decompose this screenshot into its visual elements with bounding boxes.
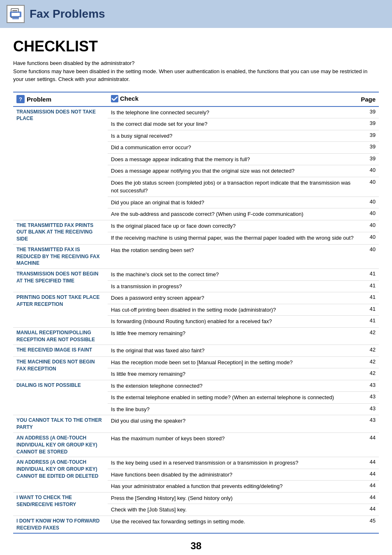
check-cell: Check with the [Job Status] key. — [108, 504, 357, 516]
problem-cell: YOU CANNOT TALK TO THE OTHER PARTY — [13, 415, 108, 433]
page-cell: 41 — [357, 316, 379, 328]
page-cell: 39 — [357, 153, 379, 165]
table-row: TRANSMISSION DOES NOT TAKE PLACEIs the t… — [13, 106, 379, 118]
page-cell: 42 — [357, 327, 379, 345]
page-cell: 40 — [357, 165, 379, 177]
question-icon: ? — [16, 95, 25, 103]
page-cell: 43 — [357, 415, 379, 433]
svg-rect-1 — [12, 10, 17, 11]
check-cell: Is the telephone line connected securely… — [108, 106, 357, 118]
checkmark-icon — [111, 95, 118, 102]
page-cell: 44 — [357, 481, 379, 493]
check-cell: Does a message appear notifying you that… — [108, 165, 357, 177]
check-cell: Does a message appear indicating that th… — [108, 153, 357, 165]
problem-cell: MANUAL RECEPTION/POLLING RECEPTION ARE N… — [13, 327, 108, 345]
page-cell: 41 — [357, 269, 379, 281]
table-row: DIALING IS NOT POSSIBLEIs the extension … — [13, 380, 379, 392]
page-cell: 40 — [357, 208, 379, 220]
check-cell: Is the external telephone enabled in set… — [108, 392, 357, 404]
problem-cell: AN ADDRESS (A ONE-TOUCH INDIVIDUAL KEY O… — [13, 457, 108, 493]
page-header-title: Fax Problems — [30, 7, 105, 21]
table-row: TRANSMISSION DOES NOT BEGIN AT THE SPECI… — [13, 269, 379, 281]
svg-rect-5 — [12, 13, 20, 16]
check-cell: Has cut-off printing been disabled in th… — [108, 304, 357, 316]
page-number: 38 — [13, 540, 379, 552]
page-cell: 39 — [357, 130, 379, 142]
table-row: THE RECEIVED IMAGE IS FAINTIs the origin… — [13, 345, 379, 357]
page-cell: 44 — [357, 469, 379, 481]
page-cell: 44 — [357, 492, 379, 504]
page-title: CHECKLIST — [13, 38, 379, 55]
check-cell: Did a communication error occur? — [108, 142, 357, 154]
check-cell: Is the machine's clock set to the correc… — [108, 269, 357, 281]
page-cell: 41 — [357, 280, 379, 292]
check-cell: Use the received fax forwarding settings… — [108, 516, 357, 533]
page-column-header: Page — [357, 92, 379, 106]
page-cell: 42 — [357, 356, 379, 368]
svg-rect-6 — [12, 17, 19, 19]
check-cell: Has the rotation sending been set? — [108, 244, 357, 268]
page-cell: 44 — [357, 504, 379, 516]
page-cell: 39 — [357, 106, 379, 118]
page-cell: 43 — [357, 392, 379, 404]
check-cell: Is little free memory remaining? — [108, 368, 357, 380]
check-cell: Is the key being used in a reserved tran… — [108, 457, 357, 469]
check-cell: If the receiving machine is using therma… — [108, 232, 357, 245]
check-cell: Has the reception mode been set to [Manu… — [108, 356, 357, 368]
page-cell: 39 — [357, 118, 379, 130]
main-content: CHECKLIST Have functions been disabled b… — [0, 28, 392, 555]
check-cell: Does a password entry screen appear? — [108, 292, 357, 304]
check-cell: Is a transmission in progress? — [108, 280, 357, 292]
check-cell: Is the line busy? — [108, 403, 357, 415]
page-cell: 41 — [357, 304, 379, 316]
page-cell: 42 — [357, 368, 379, 380]
page-cell: 42 — [357, 345, 379, 357]
check-cell: Is the original that was faxed also fain… — [108, 345, 357, 357]
problem-cell: THE TRANSMITTED FAX IS REDUCED BY THE RE… — [13, 244, 108, 268]
page-cell: 41 — [357, 292, 379, 304]
page-cell: 40 — [357, 177, 379, 197]
problem-cell: DIALING IS NOT POSSIBLE — [13, 380, 108, 415]
intro-text: Have functions been disabled by the admi… — [13, 59, 379, 83]
page-cell: 43 — [357, 380, 379, 392]
check-cell: Have functions been disabled by the admi… — [108, 469, 357, 481]
check-cell: Does the job status screen (completed jo… — [108, 177, 357, 197]
check-column-header: Check — [108, 92, 357, 106]
page-cell: 44 — [357, 457, 379, 469]
problem-cell: PRINTING DOES NOT TAKE PLACE AFTER RECEP… — [13, 292, 108, 328]
problem-cell: I DON'T KNOW HOW TO FORWARD RECEIVED FAX… — [13, 516, 108, 533]
problem-column-header: ? Problem — [13, 92, 108, 106]
problem-cell: THE RECEIVED IMAGE IS FAINT — [13, 345, 108, 357]
check-cell: Press the [Sending History] key. (Send h… — [108, 492, 357, 504]
check-cell: Did you place an original that is folded… — [108, 197, 357, 208]
page-cell: 44 — [357, 432, 379, 457]
header-icon — [7, 5, 25, 23]
table-row: I DON'T KNOW HOW TO FORWARD RECEIVED FAX… — [13, 516, 379, 533]
table-header-row: ? Problem Check Page — [13, 92, 379, 106]
page-cell: 39 — [357, 142, 379, 154]
check-cell: Is the correct dial mode set for your li… — [108, 118, 357, 130]
table-row: YOU CANNOT TALK TO THE OTHER PARTYDid yo… — [13, 415, 379, 433]
problem-cell: TRANSMISSION DOES NOT BEGIN AT THE SPECI… — [13, 269, 108, 292]
table-row: AN ADDRESS (A ONE-TOUCH INDIVIDUAL KEY O… — [13, 432, 379, 457]
page-cell: 40 — [357, 197, 379, 208]
page-cell: 43 — [357, 403, 379, 415]
header-bar: Fax Problems — [0, 0, 392, 28]
table-row: THE TRANSMITTED FAX IS REDUCED BY THE RE… — [13, 244, 379, 268]
table-row: MANUAL RECEPTION/POLLING RECEPTION ARE N… — [13, 327, 379, 345]
page-cell: 45 — [357, 516, 379, 533]
check-cell: Is little free memory remaining? — [108, 327, 357, 345]
check-cell: Did you dial using the speaker? — [108, 415, 357, 433]
check-cell: Is a busy signal received? — [108, 130, 357, 142]
page-cell: 40 — [357, 220, 379, 232]
check-cell: Is forwarding (Inbound Routing function)… — [108, 316, 357, 328]
table-row: THE MACHINE DOES NOT BEGIN FAX RECEPTION… — [13, 356, 379, 368]
table-row: I WANT TO CHECK THE SEND/RECEIVE HISTORY… — [13, 492, 379, 504]
check-cell: Are the sub-address and passcode correct… — [108, 208, 357, 220]
check-cell: Has the maximum number of keys been stor… — [108, 432, 357, 457]
checklist-table: ? Problem Check Page TRANSMISSI — [13, 92, 379, 534]
problem-cell: THE MACHINE DOES NOT BEGIN FAX RECEPTION — [13, 356, 108, 380]
problem-cell: I WANT TO CHECK THE SEND/RECEIVE HISTORY — [13, 492, 108, 516]
page-cell: 40 — [357, 244, 379, 268]
problem-cell: TRANSMISSION DOES NOT TAKE PLACE — [13, 106, 108, 220]
